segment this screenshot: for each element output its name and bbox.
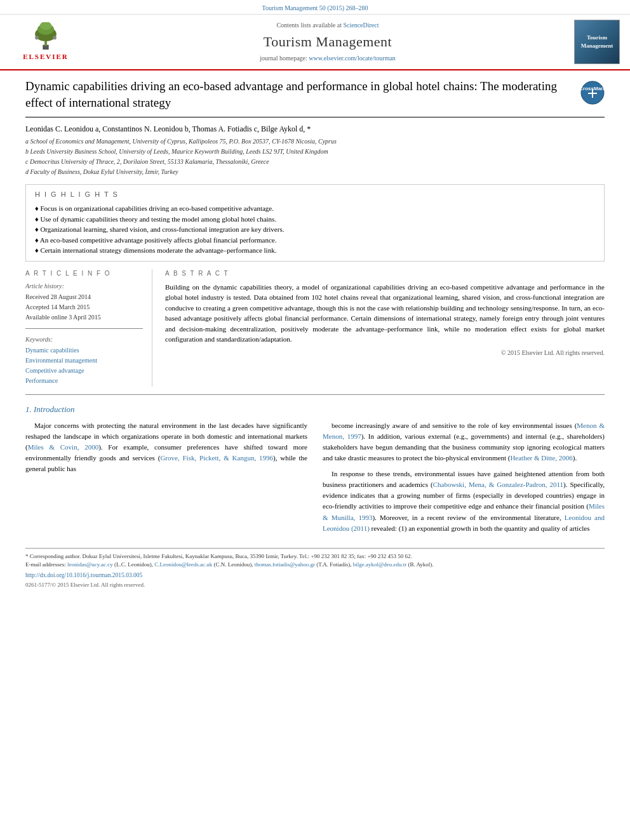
intro-col-right: become increasingly aware of and sensiti… bbox=[323, 420, 605, 538]
heather-link[interactable]: Heather & Ditte, 2006 bbox=[510, 454, 572, 462]
article-title-section: Dynamic capabilities driving an eco-base… bbox=[25, 78, 605, 117]
affiliation-c: c Democritus University of Thrace, 2, Do… bbox=[25, 157, 605, 166]
page-wrapper: Tourism Management 50 (2015) 268–280 ELS… bbox=[0, 0, 630, 603]
received-date: Received 28 August 2014 bbox=[25, 293, 143, 302]
intro-number: 1. bbox=[25, 404, 32, 414]
abstract-text: Building on the dynamic capabilities the… bbox=[165, 282, 605, 345]
article-history-title: Article history: bbox=[25, 282, 143, 291]
email-leonidas[interactable]: leonidas@ucy.ac.cy bbox=[67, 561, 113, 568]
journal-citation-bar: Tourism Management 50 (2015) 268–280 bbox=[0, 0, 630, 15]
miles-covin-link[interactable]: Miles & Covin, 2000 bbox=[28, 443, 98, 451]
crossmark-icon: CrossMark bbox=[580, 81, 605, 105]
svg-point-5 bbox=[35, 36, 39, 39]
email-attribution-3: (T.A. Fotiadis), bbox=[316, 561, 353, 568]
journal-thumbnail: TourismManagement bbox=[574, 20, 620, 64]
email-attribution-4: (B. Aykol). bbox=[408, 561, 434, 568]
intro-col-left: Major concerns with protecting the natur… bbox=[25, 420, 307, 538]
journal-citation: Tourism Management 50 (2015) 268–280 bbox=[262, 4, 368, 11]
highlight-item-1: Focus is on organizational capabilities … bbox=[35, 203, 595, 214]
highlight-item-5: Certain international strategy dimension… bbox=[35, 245, 595, 256]
intro-para-2: become increasingly aware of and sensiti… bbox=[323, 420, 605, 463]
chabowski-link[interactable]: Chabowski, Mena, & Gonzalez-Padron, 2011 bbox=[433, 481, 563, 488]
journal-title-area: Contents lists available at ScienceDirec… bbox=[90, 20, 565, 64]
homepage-link[interactable]: www.elsevier.com/locate/tourman bbox=[309, 55, 396, 62]
abstract-section: A B S T R A C T Building on the dynamic … bbox=[165, 269, 605, 387]
keyword-2: Environmental management bbox=[25, 356, 143, 365]
crossmark-area: CrossMark bbox=[580, 78, 605, 108]
affiliation-b: b Leeds University Business School, Univ… bbox=[25, 147, 605, 156]
doi-link[interactable]: http://dx.doi.org/10.1016/j.tourman.2015… bbox=[25, 572, 142, 578]
contents-text: Contents lists available at bbox=[276, 22, 341, 29]
elsevier-tree-icon bbox=[23, 22, 68, 51]
sciencedirect-link[interactable]: ScienceDirect bbox=[343, 22, 379, 29]
intro-para-3: In response to these trends, environment… bbox=[323, 469, 605, 533]
article-info-label: A R T I C L E I N F O bbox=[25, 269, 143, 278]
grove-link[interactable]: Grove, Fisk, Pickett, & Kangun, 1996 bbox=[160, 454, 273, 462]
journal-thumbnail-area: TourismManagement bbox=[572, 20, 622, 64]
highlights-list: Focus is on organizational capabilities … bbox=[35, 203, 595, 256]
highlight-item-2: Use of dynamic capabilities theory and t… bbox=[35, 214, 595, 225]
author-names: Leonidas C. Leonidou a, Constantinos N. … bbox=[25, 124, 605, 135]
keyword-1: Dynamic capabilities bbox=[25, 346, 143, 355]
email-attribution-2: (C.N. Leonidou), bbox=[213, 561, 254, 568]
email-note: E-mail addresses: leonidas@ucy.ac.cy (L.… bbox=[25, 561, 605, 569]
copyright-line: © 2015 Elsevier Ltd. All rights reserved… bbox=[165, 349, 605, 357]
corresponding-note: * Corresponding author. Dokuz Eylul Univ… bbox=[25, 552, 605, 561]
email-fotiadis[interactable]: thomas.fotiadis@yahoo.gr bbox=[255, 561, 315, 568]
authors-section: Leonidas C. Leonidou a, Constantinos N. … bbox=[25, 124, 605, 177]
issn-line: 0261-5177/© 2015 Elsevier Ltd. All right… bbox=[25, 581, 605, 589]
homepage-text: journal homepage: bbox=[260, 55, 307, 62]
intro-two-col: Major concerns with protecting the natur… bbox=[25, 420, 605, 538]
article-title: Dynamic capabilities driving an eco-base… bbox=[25, 78, 574, 110]
highlights-section: H I G H L I G H T S Focus is on organiza… bbox=[25, 184, 605, 262]
info-abstract-row: A R T I C L E I N F O Article history: R… bbox=[25, 269, 605, 387]
main-content: Dynamic capabilities driving an eco-base… bbox=[0, 70, 630, 603]
article-info-panel: A R T I C L E I N F O Article history: R… bbox=[25, 269, 152, 387]
keywords-label: Keywords: bbox=[25, 335, 143, 344]
keyword-3: Competitive advantage bbox=[25, 366, 143, 375]
email-aykol[interactable]: bilge.aykol@deu.edu.tr bbox=[353, 561, 407, 568]
abstract-label: A B S T R A C T bbox=[165, 269, 605, 278]
miles-munilla-link[interactable]: Miles & Munilla, 1993 bbox=[323, 502, 605, 521]
intro-title: 1. Introduction bbox=[25, 404, 605, 415]
publisher-logo-area: ELSEVIER bbox=[8, 20, 84, 64]
highlight-item-3: Organizational learning, shared vision, … bbox=[35, 224, 595, 235]
elsevier-brand: ELSEVIER bbox=[23, 52, 69, 62]
thumb-label: TourismManagement bbox=[581, 34, 613, 50]
intro-para-1: Major concerns with protecting the natur… bbox=[25, 420, 307, 474]
journal-name: Tourism Management bbox=[264, 32, 392, 52]
info-divider bbox=[25, 328, 143, 329]
homepage-line: journal homepage: www.elsevier.com/locat… bbox=[260, 54, 396, 63]
affiliation-a: a School of Economics and Management, Un… bbox=[25, 137, 605, 146]
email-cleonidou[interactable]: C.Leonidou@leeds.ac.uk bbox=[154, 561, 212, 568]
doi-line: http://dx.doi.org/10.1016/j.tourman.2015… bbox=[25, 571, 605, 580]
keyword-4: Performance bbox=[25, 377, 143, 385]
svg-point-6 bbox=[53, 36, 57, 39]
accepted-date: Accepted 14 March 2015 bbox=[25, 303, 143, 312]
contents-line: Contents lists available at ScienceDirec… bbox=[276, 21, 379, 30]
intro-heading: Introduction bbox=[34, 404, 75, 414]
menon-link[interactable]: Menon & Menon, 1997 bbox=[323, 422, 605, 440]
email-label: E-mail addresses: bbox=[25, 561, 67, 568]
email-attribution-1: (L.C. Leonidou), bbox=[114, 561, 154, 568]
introduction-section: 1. Introduction Major concerns with prot… bbox=[25, 404, 605, 539]
highlight-item-4: An eco-based competitive advantage posit… bbox=[35, 235, 595, 246]
main-divider bbox=[25, 394, 605, 395]
available-date: Available online 3 April 2015 bbox=[25, 313, 143, 322]
affiliation-d: d Faculty of Business, Dokuz Eylul Unive… bbox=[25, 168, 605, 177]
footnote-area: * Corresponding author. Dokuz Eylul Univ… bbox=[25, 548, 605, 590]
highlights-title: H I G H L I G H T S bbox=[35, 190, 595, 199]
journal-header: ELSEVIER Contents lists available at Sci… bbox=[0, 15, 630, 70]
